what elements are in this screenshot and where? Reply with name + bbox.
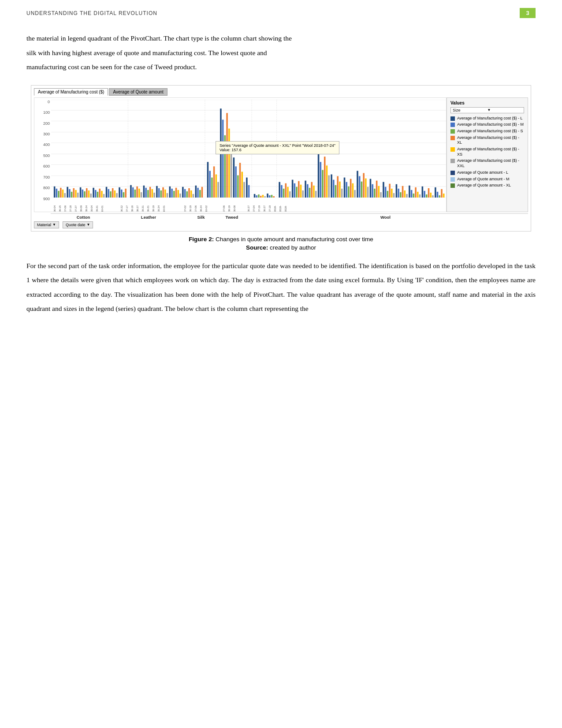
svg-rect-182 bbox=[430, 193, 432, 198]
svg-text:2018-08-09: 2018-08-09 bbox=[80, 205, 82, 212]
svg-rect-174 bbox=[413, 194, 415, 198]
svg-rect-123 bbox=[302, 190, 304, 197]
svg-rect-124 bbox=[305, 180, 306, 197]
svg-rect-167 bbox=[398, 188, 399, 197]
svg-rect-144 bbox=[348, 186, 350, 197]
svg-rect-171 bbox=[406, 194, 408, 198]
intro-line-3: manufacturing cost can be seen for the c… bbox=[26, 60, 536, 75]
pivot-material-button[interactable]: Material ▼ bbox=[34, 221, 59, 228]
legend-label-8: Average of Quote amount - XL bbox=[457, 183, 511, 188]
svg-rect-109 bbox=[271, 195, 273, 198]
svg-rect-72 bbox=[188, 188, 190, 197]
svg-rect-146 bbox=[352, 183, 354, 197]
legend-label-7: Average of Quote amount - M bbox=[457, 177, 509, 182]
svg-rect-127 bbox=[311, 182, 313, 197]
legend-dropdown[interactable]: Size ▼ bbox=[450, 107, 524, 113]
svg-rect-78 bbox=[201, 187, 203, 197]
svg-rect-50 bbox=[141, 192, 142, 198]
svg-rect-47 bbox=[134, 189, 136, 197]
svg-text:2018-07-06: 2018-07-06 bbox=[223, 205, 225, 212]
svg-text:2018-07-19: 2018-07-19 bbox=[268, 205, 271, 212]
svg-text:2018-09-21: 2018-09-21 bbox=[141, 205, 144, 212]
svg-rect-154 bbox=[370, 179, 372, 197]
svg-rect-185 bbox=[437, 192, 439, 198]
svg-rect-95 bbox=[239, 163, 241, 198]
svg-rect-41 bbox=[121, 189, 123, 197]
legend-item-6: Average of Quote amount - L bbox=[450, 170, 524, 175]
svg-rect-141 bbox=[341, 188, 343, 197]
category-cotton: Cotton bbox=[51, 215, 116, 220]
svg-text:2018-08-24: 2018-08-24 bbox=[85, 205, 88, 212]
svg-text:2018-07-18: 2018-07-18 bbox=[69, 205, 72, 212]
svg-rect-106 bbox=[264, 196, 266, 198]
svg-rect-42 bbox=[123, 192, 125, 198]
content-area: the material in legend quadrant of the P… bbox=[0, 22, 562, 325]
svg-rect-14 bbox=[62, 189, 64, 197]
svg-text:2018-07-19: 2018-07-19 bbox=[258, 205, 261, 212]
svg-rect-66 bbox=[175, 187, 177, 197]
svg-rect-132 bbox=[322, 170, 324, 198]
svg-rect-168 bbox=[400, 192, 402, 198]
legend-item-8: Average of Quote amount - XL bbox=[450, 183, 524, 188]
svg-rect-96 bbox=[241, 172, 243, 198]
tab-manufacturing-cost[interactable]: Average of Manufacturing cost ($) bbox=[34, 88, 108, 96]
svg-rect-82 bbox=[211, 177, 213, 197]
svg-rect-60 bbox=[162, 187, 164, 197]
source-text: created by author bbox=[270, 244, 316, 251]
svg-rect-116 bbox=[287, 187, 289, 197]
svg-rect-30 bbox=[97, 192, 99, 198]
y-label-500: 500 bbox=[34, 153, 51, 158]
y-label-100: 100 bbox=[34, 110, 51, 115]
svg-rect-101 bbox=[254, 194, 256, 198]
svg-rect-131 bbox=[320, 162, 322, 198]
svg-rect-120 bbox=[296, 187, 298, 197]
svg-rect-164 bbox=[391, 188, 393, 197]
svg-rect-108 bbox=[269, 195, 271, 198]
legend-item-4: Average of Manufacturing cost ($) - XS bbox=[450, 147, 524, 157]
svg-rect-73 bbox=[190, 190, 192, 197]
svg-rect-76 bbox=[197, 187, 199, 197]
svg-chart bbox=[51, 100, 446, 198]
svg-rect-125 bbox=[307, 184, 309, 197]
svg-text:2018-10-02: 2018-10-02 bbox=[205, 205, 208, 212]
tab-quote-amount[interactable]: Average of Quote amount bbox=[109, 88, 167, 96]
svg-rect-51 bbox=[143, 185, 145, 197]
legend-dropdown-label: Size bbox=[453, 108, 488, 112]
svg-rect-38 bbox=[114, 190, 116, 197]
svg-text:2018-08-24: 2018-08-24 bbox=[200, 205, 202, 212]
svg-rect-179 bbox=[424, 191, 425, 198]
svg-rect-188 bbox=[443, 194, 445, 198]
legend-color-0 bbox=[450, 116, 455, 121]
svg-rect-46 bbox=[132, 187, 134, 197]
body-paragraph-1: For the second part of the task order in… bbox=[26, 259, 536, 316]
svg-rect-166 bbox=[396, 184, 398, 197]
svg-rect-143 bbox=[346, 182, 347, 197]
svg-rect-92 bbox=[233, 157, 235, 198]
legend-color-3 bbox=[450, 136, 455, 140]
intro-paragraph: the material in legend quadrant of the P… bbox=[26, 31, 536, 75]
svg-rect-65 bbox=[173, 191, 175, 198]
svg-text:2018-07-04: 2018-07-04 bbox=[253, 205, 255, 212]
svg-rect-68 bbox=[179, 194, 181, 198]
svg-rect-147 bbox=[354, 190, 356, 197]
svg-rect-31 bbox=[99, 188, 100, 197]
svg-rect-102 bbox=[256, 195, 258, 198]
legend-item-3: Average of Manufacturing cost ($) - XL bbox=[450, 135, 524, 146]
svg-rect-142 bbox=[344, 177, 346, 197]
svg-rect-110 bbox=[273, 196, 275, 198]
svg-text:2018-07-06: 2018-07-06 bbox=[194, 205, 197, 212]
y-label-800: 800 bbox=[34, 186, 51, 190]
svg-rect-64 bbox=[171, 188, 173, 197]
chart-plot-area: 900 800 700 600 500 400 300 200 100 0 bbox=[34, 97, 447, 212]
svg-rect-27 bbox=[90, 194, 92, 198]
svg-rect-17 bbox=[69, 189, 71, 197]
svg-rect-75 bbox=[195, 185, 197, 197]
svg-text:2018-09-04: 2018-09-04 bbox=[90, 205, 93, 212]
svg-rect-180 bbox=[426, 194, 428, 198]
svg-rect-165 bbox=[393, 193, 395, 198]
chart-wrapper: Average of Manufacturing cost ($) Averag… bbox=[31, 85, 531, 231]
pivot-quotedate-button[interactable]: Quote date ▼ bbox=[63, 221, 93, 228]
svg-rect-87 bbox=[222, 119, 224, 198]
svg-rect-138 bbox=[335, 185, 337, 197]
page-number: 3 bbox=[520, 8, 536, 18]
